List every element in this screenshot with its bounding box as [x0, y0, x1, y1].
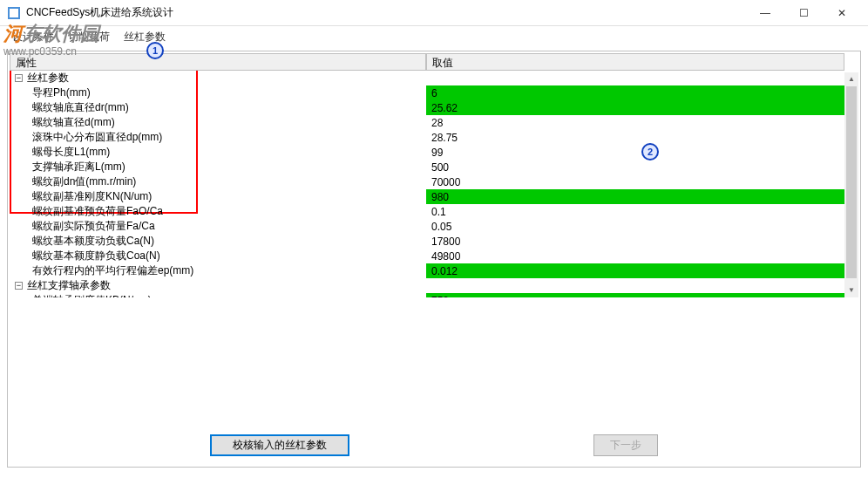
collapse-icon[interactable]: − [15, 282, 23, 290]
header-attribute[interactable]: 属性 [10, 53, 426, 71]
header-value[interactable]: 取值 [426, 53, 844, 71]
scroll-up-icon[interactable]: ▲ [844, 72, 858, 86]
param-value[interactable]: 99 [426, 145, 844, 160]
param-label[interactable]: 螺纹轴直径d(mm) [10, 115, 426, 130]
close-button[interactable]: ✕ [823, 1, 861, 25]
svg-rect-1 [10, 9, 18, 17]
menu-screw-params[interactable]: 丝杠参数 [119, 28, 171, 46]
group-screw-params[interactable]: − 丝杠参数 [10, 71, 426, 85]
title-bar: CNCFeedSys机床进给系统设计 — ☐ ✕ [0, 0, 868, 26]
next-button[interactable]: 下一步 [593, 434, 658, 456]
param-label[interactable]: 螺母长度L1(mm) [10, 145, 426, 160]
param-value[interactable]: 6 [426, 85, 844, 100]
param-value[interactable]: 70000 [426, 174, 844, 189]
menu-bar: 设计条件 切削载荷 丝杠参数 [0, 26, 868, 47]
param-value[interactable]: 0.012 [426, 263, 844, 278]
menu-design-conditions[interactable]: 设计条件 [7, 28, 59, 46]
param-label[interactable]: 螺纹副实际预负荷量Fa/Ca [10, 219, 426, 234]
group-spacer [426, 278, 844, 293]
param-value[interactable]: 25.62 [426, 100, 844, 115]
maximize-button[interactable]: ☐ [784, 1, 823, 25]
group-bearing-params[interactable]: − 丝杠支撑轴承参数 [10, 278, 426, 293]
window-controls: — ☐ ✕ [746, 1, 861, 25]
param-label[interactable]: 螺纹基本额度静负载Coa(N) [10, 249, 426, 263]
check-params-button[interactable]: 校核输入的丝杠参数 [210, 434, 349, 456]
param-label[interactable]: 导程Ph(mm) [10, 85, 426, 100]
param-label[interactable]: 螺纹副基准预负荷量FaO/Ca [10, 204, 426, 219]
param-value[interactable]: 28.75 [426, 130, 844, 145]
button-bar: 校核输入的丝杠参数 下一步 [8, 434, 860, 456]
group-label: 丝杠参数 [27, 71, 69, 85]
content-area: 属性 − 丝杠参数 导程Ph(mm)螺纹轴底直径dr(mm)螺纹轴直径d(mm)… [7, 51, 861, 468]
param-value[interactable]: 0.05 [426, 219, 844, 234]
param-label[interactable]: 螺纹轴底直径dr(mm) [10, 100, 426, 115]
group-spacer [426, 71, 844, 85]
param-value[interactable]: 17800 [426, 234, 844, 249]
property-grid: 属性 − 丝杠参数 导程Ph(mm)螺纹轴底直径dr(mm)螺纹轴直径d(mm)… [10, 53, 858, 297]
param-label[interactable]: 螺纹副dn值(mm.r/min) [10, 174, 426, 189]
param-value[interactable]: 28 [426, 115, 844, 130]
scroll-down-icon[interactable]: ▼ [844, 283, 858, 297]
param-label[interactable]: 螺纹基本额度动负载Ca(N) [10, 234, 426, 249]
param-label[interactable]: 单端轴承刚度值KB(N/um) [10, 293, 426, 297]
minimize-button[interactable]: — [746, 1, 784, 25]
app-icon [7, 6, 21, 20]
param-label[interactable]: 支撑轴承距离L(mm) [10, 160, 426, 174]
param-value[interactable]: 750 [426, 293, 844, 297]
group-label: 丝杠支撑轴承参数 [27, 278, 111, 293]
collapse-icon[interactable]: − [15, 74, 23, 82]
param-value[interactable]: 500 [426, 160, 844, 174]
vertical-scrollbar[interactable]: ▲ ▼ [844, 72, 858, 297]
menu-cutting-load[interactable]: 切削载荷 [63, 28, 115, 46]
param-value[interactable]: 980 [426, 189, 844, 204]
window-title: CNCFeedSys机床进给系统设计 [26, 5, 746, 20]
param-label[interactable]: 有效行程内的平均行程偏差ep(mm) [10, 263, 426, 278]
scroll-thumb[interactable] [846, 86, 857, 278]
param-value[interactable]: 0.1 [426, 204, 844, 219]
param-label[interactable]: 螺纹副基准刚度KN(N/um) [10, 189, 426, 204]
param-label[interactable]: 滚珠中心分布圆直径dp(mm) [10, 130, 426, 145]
param-value[interactable]: 49800 [426, 249, 844, 263]
